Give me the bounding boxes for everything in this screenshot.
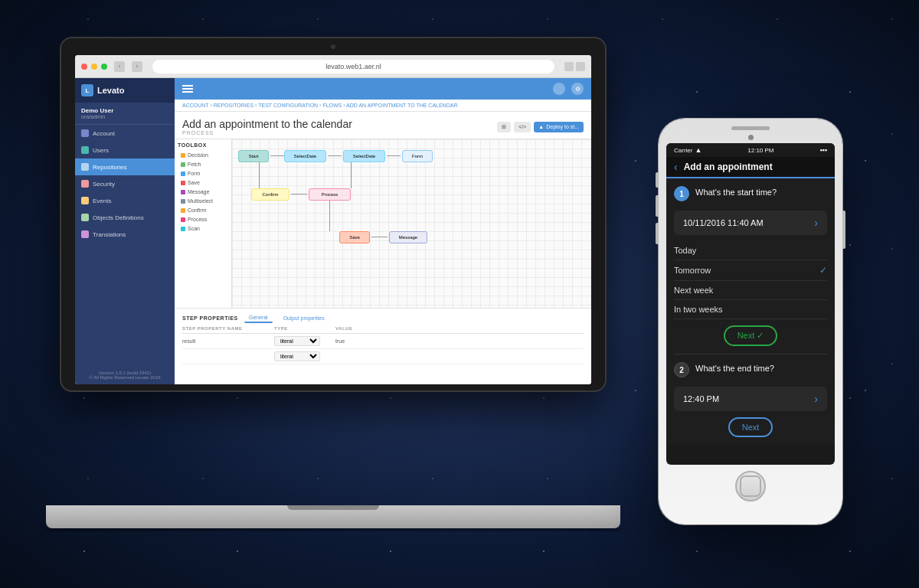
laptop-base-shadow — [46, 528, 620, 531]
deploy-button[interactable]: ▲ Deploy to st... — [534, 122, 584, 132]
topbar-user-icon[interactable] — [553, 83, 565, 95]
breadcrumb-test-config[interactable]: TEST CONFIGURATION — [258, 103, 318, 108]
flow-node-selectdate1[interactable]: SelectDate — [284, 150, 326, 162]
sidebar-item-repositories[interactable]: Repositories — [75, 158, 175, 175]
laptop-notch — [287, 505, 379, 510]
flow-node-message[interactable]: Message — [389, 231, 427, 243]
step-1-number: 1 — [674, 186, 689, 201]
phone-option-next-week[interactable]: Next week — [674, 281, 827, 300]
logo-letter: L — [86, 87, 90, 94]
flow-node-save[interactable]: Save — [339, 231, 370, 243]
phone-end-time: 12:40 PM — [683, 394, 719, 403]
option-next-week-label: Next week — [674, 286, 713, 295]
toolbox-confirm[interactable]: Confirm — [178, 206, 228, 214]
sidebar-item-security[interactable]: Security — [75, 175, 175, 192]
laptop-screen-bezel: ‹ › levato.web1.aer.nl L — [75, 55, 591, 384]
phone-back-button[interactable]: ‹ — [674, 161, 678, 173]
save-dot — [181, 181, 185, 185]
flow-node-process[interactable]: Process — [309, 188, 351, 201]
phone-nav-bar: ‹ Add an appointment — [666, 157, 835, 178]
toolbox-form[interactable]: Form — [178, 169, 228, 178]
toolbox-save[interactable]: Save — [178, 178, 228, 187]
phone-time-arrow-1: › — [814, 217, 818, 229]
phone-silent-button[interactable] — [656, 172, 659, 188]
toolbox-multiselect[interactable]: Multiselect — [178, 197, 228, 205]
option-tomorrow-label: Tomorrow — [674, 266, 711, 275]
browser-tab-btn[interactable] — [576, 62, 585, 71]
phone-time-selector-2[interactable]: 12:40 PM › — [674, 387, 827, 411]
step-2-next-button[interactable]: Next — [728, 417, 773, 437]
hamburger-line-2 — [182, 88, 193, 90]
browser-address-bar[interactable]: levato.web1.aer.nl — [152, 60, 554, 74]
browser-maximize-dot[interactable] — [101, 64, 107, 70]
toolbox-decision-label: Decision — [188, 152, 208, 158]
phone-volume-up-button[interactable] — [656, 195, 659, 217]
grid-view-button[interactable]: ⊞ — [497, 122, 511, 132]
browser-close-dot[interactable] — [81, 64, 87, 70]
step-2-number: 2 — [674, 362, 689, 377]
tab-general[interactable]: General — [244, 313, 273, 323]
phone-start-time: 10/11/2016 11:40 AM — [683, 218, 764, 227]
deploy-icon: ▲ — [538, 124, 544, 129]
step-1-next-button[interactable]: Next ✓ — [724, 325, 778, 346]
browser-back-btn[interactable]: ‹ — [114, 61, 125, 72]
topbar-settings-icon[interactable]: ⚙ — [571, 83, 584, 95]
account-icon — [81, 129, 89, 137]
wifi-icon: ▲ — [695, 146, 702, 154]
flow-canvas[interactable]: Start SelectDate SelectDate Form Confi — [232, 139, 591, 308]
phone-home-inner — [740, 475, 761, 497]
breadcrumb-account[interactable]: ACCOUNT — [182, 103, 208, 108]
sidebar-item-objects[interactable]: Objects Definitions — [75, 209, 175, 226]
sidebar-translations-label: Translations — [93, 231, 126, 238]
arrow-v1 — [259, 162, 260, 188]
flow-node-confirm[interactable]: Confirm — [251, 188, 289, 201]
sidebar-item-translations[interactable]: Translations — [75, 226, 175, 243]
users-icon — [81, 146, 89, 154]
row2-type-select[interactable]: literal — [274, 351, 320, 361]
flow-node-form[interactable]: Form — [402, 150, 433, 162]
breadcrumb-repos[interactable]: REPOSITORIES — [214, 103, 253, 108]
code-view-button[interactable]: </> — [514, 122, 531, 132]
security-icon — [81, 180, 89, 188]
phone-screen: Carrier ▲ 12:10 PM ▪▪▪ ‹ Add an appointm… — [666, 143, 835, 465]
flow-node-start[interactable]: Start — [238, 150, 269, 162]
step-properties: STEP PROPERTIES General Output propertie… — [175, 308, 591, 384]
toolbox-process[interactable]: Process — [178, 215, 228, 224]
toolbox-decision[interactable]: Decision — [178, 151, 228, 159]
toolbox-fetch[interactable]: Fetch — [178, 160, 228, 168]
tab-output[interactable]: Output properties — [279, 314, 329, 322]
translations-icon — [81, 230, 89, 238]
row1-type-select[interactable]: literal — [274, 336, 320, 346]
decision-dot — [181, 153, 185, 158]
toolbox-fetch-label: Fetch — [188, 162, 201, 167]
phone-home-button[interactable] — [735, 471, 766, 501]
arrow-3 — [387, 155, 401, 156]
browser-chrome: ‹ › levato.web1.aer.nl — [75, 55, 591, 78]
sidebar-item-account[interactable]: Account — [75, 125, 175, 142]
sidebar-item-users[interactable]: Users — [75, 142, 175, 158]
process-dot — [181, 217, 185, 222]
phone-option-two-weeks[interactable]: In two weeks — [674, 300, 827, 319]
app-name: Levato — [97, 86, 124, 95]
flow-node-selectdate2[interactable]: SelectDate — [343, 150, 385, 162]
hamburger-icon[interactable] — [182, 85, 193, 93]
phone-option-today[interactable]: Today — [674, 241, 827, 260]
breadcrumb-flows[interactable]: FLOWS — [322, 103, 342, 108]
sidebar-item-events[interactable]: Events — [75, 192, 175, 209]
phone-front-camera — [748, 135, 754, 140]
toolbox-scan[interactable]: Scan — [178, 224, 228, 233]
phone-option-tomorrow[interactable]: Tomorrow ✓ — [674, 260, 827, 281]
toolbox: TOOLBOX Decision Fetch For — [175, 139, 232, 308]
col-type: TYPE — [274, 326, 335, 331]
phone-power-button[interactable] — [842, 211, 845, 249]
breadcrumb: ACCOUNT › REPOSITORIES › TEST CONFIGURAT… — [175, 100, 591, 112]
app-logo-icon: L — [81, 84, 93, 96]
browser-minimize-dot[interactable] — [91, 64, 97, 70]
phone-time-selector-1[interactable]: 10/11/2016 11:40 AM › — [674, 211, 827, 235]
phone-volume-down-button[interactable] — [656, 223, 659, 244]
top-bar: ⚙ — [175, 78, 591, 100]
toolbox-message[interactable]: Message — [178, 188, 228, 196]
browser-forward-btn[interactable]: › — [132, 61, 142, 72]
page-title-block: Add an appointment to the calendar PROCE… — [182, 118, 352, 136]
browser-share-btn[interactable] — [564, 62, 574, 71]
